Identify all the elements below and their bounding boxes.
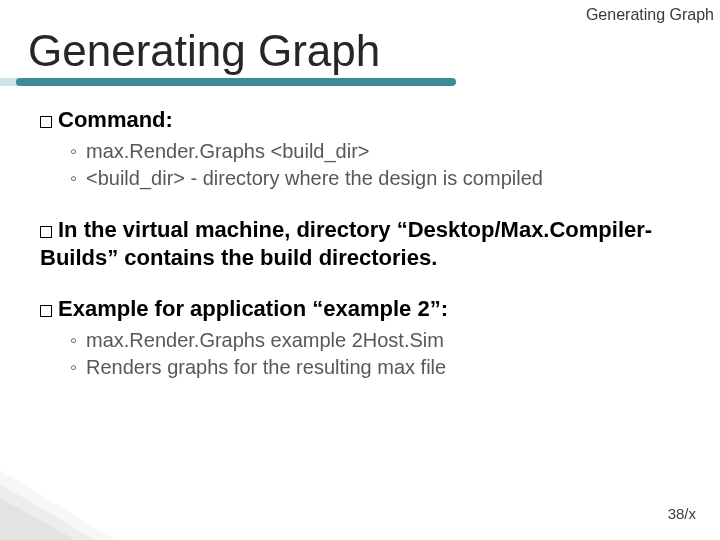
command-sublist: max.Render.Graphs <build_dir> <build_dir… [70,138,696,192]
checkbox-icon [40,226,52,238]
bullet-command: Command: [40,106,696,134]
corner-ornament [0,470,115,540]
bullet-vm-rest: the virtual machine, directory “Desktop/… [40,217,652,271]
example-sub-2: Renders graphs for the resulting max fil… [70,354,696,381]
bullet-command-text-prefix: Command [58,107,166,132]
bullet-example-prefix: Example [58,296,149,321]
bullet-vm-prefix: In [58,217,78,242]
breadcrumb: Generating Graph [586,6,714,24]
page-title: Generating Graph [28,26,380,76]
bullet-command-text-suffix: : [166,107,173,132]
example-sub-1: max.Render.Graphs example 2Host.Sim [70,327,696,354]
bullet-example: Example for application “example 2”: [40,295,696,324]
slide-content: Command: max.Render.Graphs <build_dir> <… [40,106,696,403]
page-number: 38/x [668,505,696,522]
command-sub-2: <build_dir> - directory where the design… [70,165,696,192]
command-sub-1: max.Render.Graphs <build_dir> [70,138,696,165]
bullet-example-rest: for application “example 2”: [149,296,449,321]
bullet-vm: In the virtual machine, directory “Deskt… [40,216,696,273]
checkbox-icon [40,305,52,317]
checkbox-icon [40,116,52,128]
example-sublist: max.Render.Graphs example 2Host.Sim Rend… [70,327,696,381]
title-underline [16,78,456,86]
